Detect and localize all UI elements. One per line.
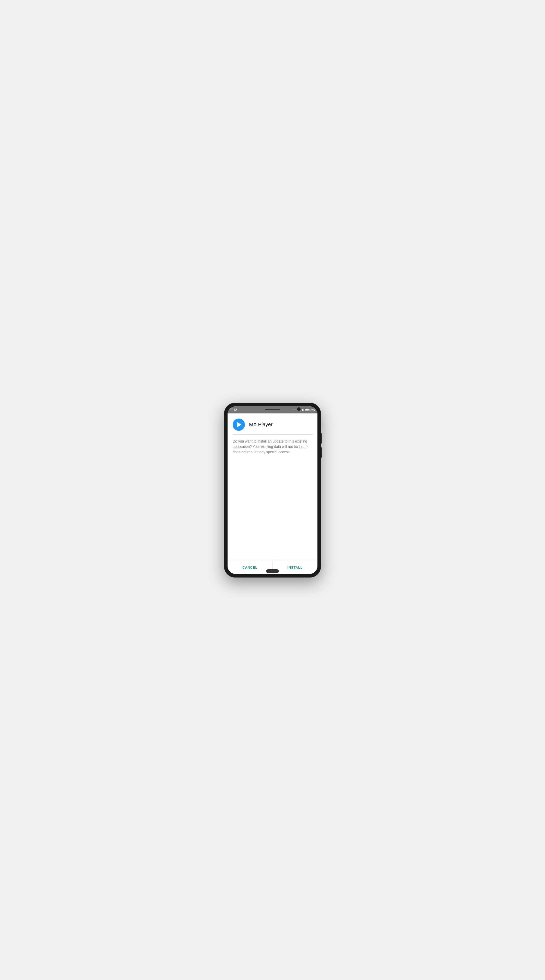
cancel-button[interactable]: CANCEL <box>228 561 272 574</box>
app-icon <box>233 418 245 431</box>
status-bar-right: H 6:46 <box>293 408 315 411</box>
status-bar-left <box>230 409 237 411</box>
home-button[interactable] <box>266 570 279 573</box>
play-icon <box>237 422 241 427</box>
app-name: MX Player <box>249 422 272 428</box>
svg-rect-1 <box>230 410 233 410</box>
svg-rect-2 <box>230 410 233 411</box>
svg-rect-0 <box>230 409 233 409</box>
signal-icon <box>301 409 304 411</box>
volume-down-button[interactable] <box>321 447 322 458</box>
phone-device: H 6:46 <box>224 403 321 578</box>
install-button[interactable]: INSTALL <box>272 561 318 574</box>
dialog-message: Do you want to install an update to this… <box>233 439 312 455</box>
wifi-icon <box>293 409 296 411</box>
svg-point-4 <box>295 410 295 411</box>
checkbox-icon <box>234 409 237 411</box>
dialog-header: MX Player <box>228 414 317 434</box>
install-dialog: MX Player Do you want to install an upda… <box>228 414 317 574</box>
battery-icon <box>305 409 309 411</box>
phone-camera <box>297 407 301 411</box>
volume-up-button[interactable] <box>321 433 322 444</box>
svg-rect-5 <box>301 410 301 411</box>
status-time: 6:46 <box>309 408 315 411</box>
phone-speaker <box>265 409 280 410</box>
notification-list-icon <box>230 409 233 411</box>
dialog-body: Do you want to install an update to this… <box>228 434 317 561</box>
phone-screen: H 6:46 <box>228 406 317 574</box>
svg-rect-6 <box>301 410 302 411</box>
svg-rect-7 <box>303 409 303 411</box>
svg-rect-8 <box>303 409 304 411</box>
svg-rect-3 <box>234 409 237 411</box>
